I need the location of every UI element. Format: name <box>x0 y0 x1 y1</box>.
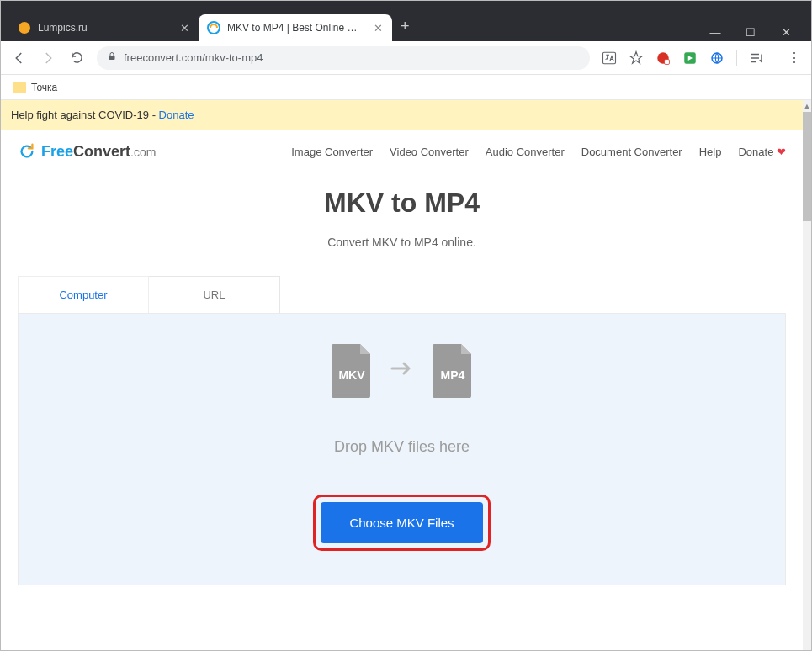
close-icon[interactable]: ✕ <box>178 22 190 34</box>
close-icon[interactable]: ✕ <box>372 22 384 34</box>
bookmark-item[interactable]: Точка <box>31 82 57 93</box>
browser-tab-freeconvert[interactable]: MKV to MP4 | Best Online MKV t… ✕ <box>199 14 392 41</box>
site-header: FreeConvert.com Image Converter Video Co… <box>1 130 803 167</box>
page-content: Help fight against COVID-19 - Donate Fre… <box>1 100 803 650</box>
source-tabs: Computer URL <box>18 276 786 313</box>
drop-text: Drop MKV files here <box>334 438 470 456</box>
refresh-icon <box>18 142 36 161</box>
logo-text-convert: Convert <box>73 143 130 160</box>
tab-title: Lumpics.ru <box>38 22 172 34</box>
nav-video-converter[interactable]: Video Converter <box>390 146 469 158</box>
tab-computer[interactable]: Computer <box>18 276 149 313</box>
covid-banner: Help fight against COVID-19 - Donate <box>1 100 803 130</box>
nav-image-converter[interactable]: Image Converter <box>291 146 373 158</box>
star-icon[interactable] <box>629 50 644 66</box>
maximize-icon[interactable]: ☐ <box>744 26 757 39</box>
back-button[interactable] <box>11 50 28 66</box>
banner-text: Help fight against COVID-19 - <box>11 108 159 121</box>
scrollbar-thumb[interactable] <box>803 112 811 221</box>
logo-text-com: .com <box>130 146 156 159</box>
favicon-freeconvert <box>207 21 220 34</box>
page-subtitle: Convert MKV to MP4 online. <box>1 236 803 249</box>
tab-url[interactable]: URL <box>149 276 280 313</box>
nav-audio-converter[interactable]: Audio Converter <box>486 146 565 158</box>
choose-files-button[interactable]: Choose MKV Files <box>321 502 482 543</box>
scrollbar-up-icon[interactable]: ▲ <box>803 100 811 112</box>
donate-link[interactable]: Donate <box>159 108 194 121</box>
svg-rect-3 <box>603 52 616 64</box>
heart-icon: ❤ <box>777 146 786 158</box>
svg-text:MP4: MP4 <box>440 368 464 382</box>
page-title: MKV to MP4 <box>1 188 803 219</box>
forward-button[interactable] <box>40 50 56 66</box>
drop-area[interactable]: MKV MP4 Drop MKV files here Choose MKV F… <box>18 313 786 585</box>
logo-text-free: Free <box>41 143 73 160</box>
window-controls: — ☐ ✕ <box>690 12 811 52</box>
svg-point-0 <box>19 22 30 34</box>
nav-help[interactable]: Help <box>699 146 722 158</box>
svg-rect-2 <box>109 56 115 60</box>
extension-globe-icon[interactable] <box>709 50 724 66</box>
folder-icon <box>13 82 26 93</box>
new-tab-button[interactable]: + <box>392 18 418 35</box>
reading-list-icon[interactable] <box>749 50 764 66</box>
close-window-icon[interactable]: ✕ <box>779 26 793 39</box>
url-text: freeconvert.com/mkv-to-mp4 <box>124 51 263 64</box>
minimize-icon[interactable]: — <box>709 26 722 39</box>
tab-title: MKV to MP4 | Best Online MKV t… <box>227 22 365 34</box>
bookmarks-bar: Точка <box>1 75 811 100</box>
highlight-annotation: Choose MKV Files <box>313 495 490 551</box>
translate-icon[interactable] <box>602 50 617 66</box>
address-bar[interactable]: freeconvert.com/mkv-to-mp4 <box>97 46 590 70</box>
extension-adblock-icon[interactable] <box>655 50 671 66</box>
window-titlebar <box>1 1 811 12</box>
conversion-graphic: MKV MP4 <box>328 342 476 400</box>
extension-green-icon[interactable] <box>682 50 698 66</box>
nav-donate[interactable]: Donate ❤ <box>738 146 786 158</box>
lock-icon <box>107 51 117 64</box>
site-logo[interactable]: FreeConvert.com <box>18 142 156 161</box>
favicon-lumpics <box>18 21 31 34</box>
file-mp4-icon: MP4 <box>429 342 476 400</box>
browser-tab-lumpics[interactable]: Lumpics.ru ✕ <box>9 14 199 41</box>
browser-tabstrip: Lumpics.ru ✕ MKV to MP4 | Best Online MK… <box>1 12 811 41</box>
upload-panel: Computer URL MKV MP4 Drop MKV files here… <box>18 276 786 585</box>
svg-rect-5 <box>665 59 670 64</box>
site-nav: Image Converter Video Converter Audio Co… <box>291 146 786 158</box>
reload-button[interactable] <box>68 50 85 66</box>
svg-text:MKV: MKV <box>338 368 365 382</box>
file-mkv-icon: MKV <box>328 342 375 400</box>
arrow-right-icon <box>390 360 414 382</box>
nav-document-converter[interactable]: Document Converter <box>581 146 682 158</box>
